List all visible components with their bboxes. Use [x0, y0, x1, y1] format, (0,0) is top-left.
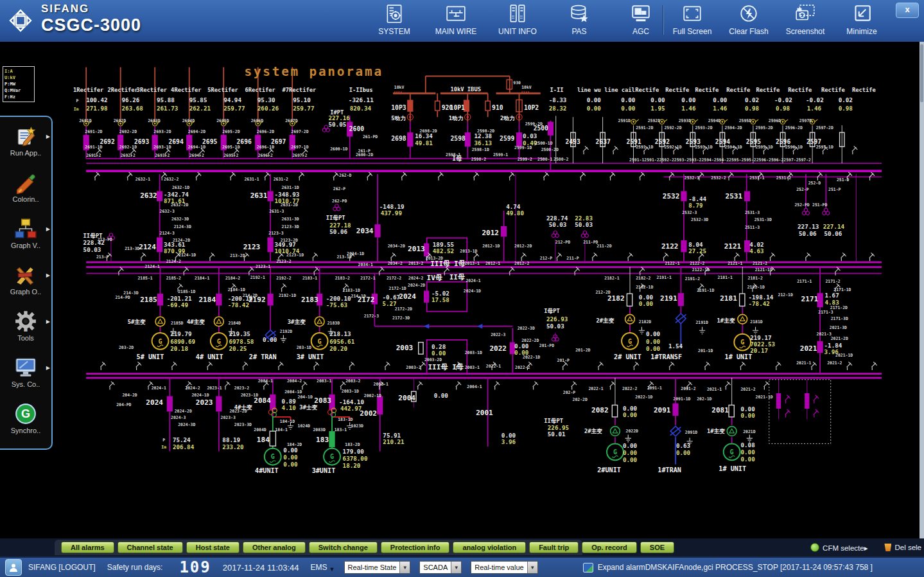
svg-text:203-1D: 203-1D [297, 345, 311, 350]
sidebar-item-colorin[interactable]: Colorin.. ▶ [0, 163, 51, 209]
svg-text:2122-1: 2122-1 [665, 261, 679, 266]
svg-text:2592-2D: 2592-2D [665, 125, 682, 130]
svg-text:0.00: 0.00 [431, 350, 446, 357]
svg-text:1.54: 1.54 [668, 342, 683, 350]
svg-text:2172-3D: 2172-3D [392, 315, 410, 321]
svg-text:2594-2D: 2594-2D [725, 125, 742, 130]
svg-text:2692: 2692 [100, 138, 114, 145]
svg-text:27.25: 27.25 [688, 247, 706, 254]
logout-link[interactable]: [LOGOUT] [58, 563, 95, 572]
svg-text:2121-1D: 2121-1D [755, 267, 772, 272]
window-item-screenshot[interactable]: Screenshot [782, 1, 828, 36]
svg-text:2172-1D: 2172-1D [389, 286, 406, 291]
svg-text:2185: 2185 [140, 296, 157, 304]
svg-text:1#TRANSF: 1#TRANSF [650, 353, 682, 360]
nav-item-pas[interactable]: PAS [556, 1, 602, 36]
svg-text:2632-3: 2632-3 [160, 209, 175, 214]
svg-text:262.21: 262.21 [189, 105, 211, 112]
svg-text:0.02: 0.02 [745, 96, 759, 103]
svg-text:219.79: 219.79 [170, 330, 191, 337]
scrollbar-thumb[interactable] [920, 44, 923, 102]
svg-text:6378.00: 6378.00 [343, 455, 368, 462]
tab-host-state[interactable]: Host state [186, 542, 240, 553]
nav-item-system[interactable]: SYSTEM [371, 1, 417, 36]
window-item-minimize[interactable]: Minimize [839, 1, 885, 36]
ems-mode-selector[interactable]: EMS▼ [311, 563, 335, 573]
sidebar-item-graph-v[interactable]: Graph V.. ▶ [0, 209, 51, 256]
svg-text:2172-3: 2172-3 [364, 314, 379, 319]
dropdown-real-time-state[interactable]: Real-time State▼ [344, 561, 411, 574]
dropdown-arrow-icon[interactable]: ▼ [399, 562, 410, 573]
tab-other-analog[interactable]: Other analog [243, 542, 306, 553]
svg-text:2693D: 2693D [148, 118, 161, 123]
nav-item-unit-info[interactable]: UNIT INFO [494, 1, 541, 36]
window-toolbar: Full Screen Clear Flash Screenshot Minim… [669, 1, 885, 36]
svg-text:0.00: 0.00 [741, 412, 755, 419]
cfm-selected-button[interactable]: CFM selecte▸ [810, 543, 867, 553]
dropdown-arrow-icon[interactable]: ▼ [527, 562, 537, 573]
svg-text:4# UNIT: 4# UNIT [196, 353, 223, 360]
svg-text:4.10: 4.10 [282, 404, 296, 411]
dropdown-scada[interactable]: SCADA▼ [419, 561, 462, 574]
legend-entry: Q:MVar [4, 87, 33, 94]
svg-text:2192: 2192 [248, 296, 266, 304]
svg-text:2531-3: 2531-3 [745, 210, 760, 215]
tab-protection-info[interactable]: Protection info [381, 542, 450, 553]
svg-text:1.95: 1.95 [650, 105, 665, 112]
dropdown-arrow-icon[interactable]: ▼ [451, 562, 461, 573]
window-item-full-screen[interactable]: Full Screen [669, 1, 715, 36]
svg-text:184-1D: 184-1D [280, 419, 295, 424]
tab-fault-trip[interactable]: Fault trip [529, 542, 579, 553]
nav-item-main-wire[interactable]: MAIN WIRE [433, 1, 479, 36]
svg-text:2003-1D: 2003-1D [465, 350, 482, 355]
svg-text:2024-2: 2024-2 [185, 386, 200, 391]
svg-text:2531-2: 2531-2 [776, 175, 791, 181]
dropdown-real-time-value[interactable]: Real-time value▼ [471, 561, 537, 574]
svg-text:50.03: 50.03 [549, 221, 567, 228]
tab-op-record[interactable]: Op. record [582, 542, 637, 553]
svg-text:2121-2: 2121-2 [753, 261, 767, 266]
sidebar-item-graph-o[interactable]: Graph O.. ▶ [0, 256, 51, 302]
svg-text:6890.69: 6890.69 [170, 338, 195, 345]
ems-dropdown-arrow-icon: ▼ [329, 566, 335, 573]
svg-text:5# UNIT: 5# UNIT [137, 353, 164, 360]
tab-all-alarms[interactable]: All alarms [61, 542, 114, 553]
svg-text:2594D: 2594D [708, 118, 721, 123]
delete-selected-button[interactable]: Del sele [884, 544, 921, 551]
svg-text:252-PD: 252-PD [794, 202, 809, 208]
svg-text:88.19: 88.19 [222, 436, 240, 443]
window-item-clear-flash[interactable]: Clear Flash [726, 1, 772, 36]
nav-item-agc[interactable]: AGC [618, 1, 664, 36]
svg-text:50.06: 50.06 [824, 230, 842, 237]
svg-text:8.79: 8.79 [688, 202, 702, 209]
tab-soe[interactable]: SOE [640, 542, 674, 553]
svg-text:0.00: 0.00 [621, 96, 635, 103]
svg-text:0.63: 0.63 [676, 442, 690, 449]
product-name: CSGC-3000 [41, 15, 141, 35]
svg-text:2123: 2123 [243, 243, 261, 251]
svg-text:2532: 2532 [663, 192, 680, 200]
svg-text:2021-3: 2021-3 [817, 332, 832, 337]
vertical-scrollbar[interactable] [920, 42, 924, 538]
sidebar-item-run-app[interactable]: Run App.. ▶ [0, 117, 51, 163]
svg-text:2121: 2121 [724, 242, 742, 251]
svg-text:2591: 2591 [626, 138, 641, 145]
svg-text:2124-3: 2124-3 [160, 231, 175, 236]
sidebar-item-synchro[interactable]: Synchro.. ▶ [0, 395, 51, 441]
svg-text:95.85: 95.85 [189, 96, 207, 103]
tab-channel-state[interactable]: Channel state [118, 542, 183, 553]
svg-text:2024-2D: 2024-2D [408, 283, 425, 288]
sidebar-item-tools[interactable]: Tools ▶ [0, 302, 51, 348]
schematic-canvas[interactable]: GGGGGGGGG system panorama1Rectifer2Recti… [0, 42, 924, 538]
tab-analog-violation[interactable]: analog violation [453, 542, 526, 553]
tab-switch-change[interactable]: Switch change [309, 542, 378, 553]
svg-text:2021-1D: 2021-1D [835, 353, 853, 358]
run-days-value: 109 [179, 558, 211, 576]
svg-text:2084-1D: 2084-1D [284, 389, 302, 395]
svg-text:G: G [217, 338, 221, 345]
svg-text:0.00: 0.00 [741, 448, 755, 456]
svg-text:2022-2: 2022-2 [515, 365, 530, 370]
sidebar-item-sys-co[interactable]: Sys. Co.. ▶ [0, 348, 51, 395]
close-button[interactable]: x [896, 3, 919, 18]
svg-text:2181D: 2181D [750, 319, 763, 324]
